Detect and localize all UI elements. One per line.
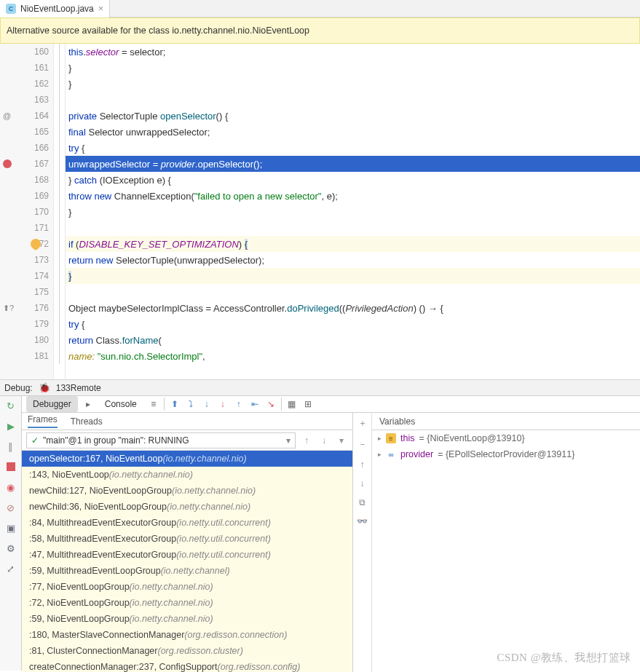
stack-frame[interactable]: :81, ClusterConnectionManager (org.redis… xyxy=(22,643,352,659)
camera-icon[interactable]: ▣ xyxy=(4,521,17,534)
copy-icon[interactable]: ⧉ xyxy=(359,497,366,507)
line-number[interactable]: 171 xyxy=(0,220,53,236)
variable-row[interactable]: ▸∞provider = {EPollSelectorProvider@1391… xyxy=(372,446,640,462)
alternative-source-banner[interactable]: Alternative source available for the cla… xyxy=(0,17,640,44)
evaluate-icon[interactable]: ▦ xyxy=(286,399,298,409)
editor-gutter[interactable]: 160161162163164@165166167168169170171172… xyxy=(0,44,54,379)
code-line[interactable] xyxy=(66,92,640,108)
code-line[interactable]: try { xyxy=(66,316,640,332)
code-line[interactable]: unwrappedSelector = provider.openSelecto… xyxy=(66,156,640,172)
show-execution-point-icon[interactable]: ⬆ xyxy=(169,399,181,409)
code-line[interactable]: } catch (IOException e) { xyxy=(66,172,640,188)
glasses-icon[interactable]: 👓 xyxy=(357,516,368,526)
step-over-icon[interactable]: ⤵ xyxy=(185,399,197,409)
code-line[interactable]: } xyxy=(66,268,640,284)
stack-frame[interactable]: newChild:127, NioEventLoopGroup (io.nett… xyxy=(22,483,352,499)
run-to-cursor-icon[interactable]: ↘ xyxy=(265,399,277,409)
code-line[interactable]: } xyxy=(66,60,640,76)
stack-frame[interactable]: :59, NioEventLoopGroup (io.netty.channel… xyxy=(22,611,352,627)
mute-breakpoints-icon[interactable]: ⊘ xyxy=(4,501,17,514)
filter-icon[interactable]: ▾ xyxy=(335,435,348,446)
code-line[interactable]: return new SelectorTuple(unwrappedSelect… xyxy=(66,252,640,268)
thread-selector[interactable]: ✓ "main"@1 in group "main": RUNNING ▾ xyxy=(26,432,296,448)
step-into-icon[interactable]: ↓ xyxy=(201,399,213,409)
line-number[interactable]: 181 xyxy=(0,348,53,364)
line-number[interactable]: 161 xyxy=(0,60,53,76)
code-line[interactable]: name: "sun.nio.ch.SelectorImpl", xyxy=(66,348,640,364)
stack-frame[interactable]: :143, NioEventLoop (io.netty.channel.nio… xyxy=(22,467,352,483)
prev-frame-icon[interactable]: ↑ xyxy=(300,435,313,446)
tab-console[interactable]: Console xyxy=(98,396,143,412)
code-line[interactable]: final Selector unwrappedSelector; xyxy=(66,124,640,140)
chevron-down-icon: ▾ xyxy=(286,435,291,446)
line-number[interactable]: 165 xyxy=(0,124,53,140)
tab-debugger[interactable]: Debugger xyxy=(26,396,78,412)
line-number[interactable]: 174 xyxy=(0,268,53,284)
fold-column[interactable] xyxy=(54,44,66,379)
stack-frame[interactable]: :77, NioEventLoopGroup (io.netty.channel… xyxy=(22,579,352,595)
line-number[interactable]: 172 xyxy=(0,236,53,252)
stack-frame[interactable]: :58, MultithreadEventExecutorGroup (io.n… xyxy=(22,531,352,547)
pause-icon[interactable]: ∥ xyxy=(4,440,17,453)
frames-list[interactable]: openSelector:167, NioEventLoop (io.netty… xyxy=(22,451,352,672)
trace-icon[interactable]: ⊞ xyxy=(302,399,314,409)
subtab-frames[interactable]: Frames xyxy=(28,414,58,428)
code-line[interactable]: private SelectorTuple openSelector() { xyxy=(66,108,640,124)
rerun-icon[interactable]: ↻ xyxy=(4,399,17,412)
code-line[interactable]: if (DISABLE_KEY_SET_OPTIMIZATION) { xyxy=(66,236,640,252)
close-icon[interactable]: × xyxy=(98,3,104,14)
code-line[interactable]: throw new ChannelException("failed to op… xyxy=(66,188,640,204)
stack-frame[interactable]: :180, MasterSlaveConnectionManager (org.… xyxy=(22,627,352,643)
line-number[interactable]: 162 xyxy=(0,76,53,92)
line-number[interactable]: 163 xyxy=(0,92,53,108)
new-watch-icon[interactable]: ＋ xyxy=(358,417,367,430)
subtab-threads[interactable]: Threads xyxy=(71,416,103,427)
force-step-into-icon[interactable]: ↓ xyxy=(217,399,229,409)
line-number[interactable]: 164@ xyxy=(0,108,53,124)
code-line[interactable] xyxy=(66,220,640,236)
line-number[interactable]: 169 xyxy=(0,188,53,204)
line-number[interactable]: 180 xyxy=(0,332,53,348)
code-line[interactable]: try { xyxy=(66,140,640,156)
line-number[interactable]: 166 xyxy=(0,140,53,156)
stack-frame[interactable]: :72, NioEventLoopGroup (io.netty.channel… xyxy=(22,595,352,611)
line-number[interactable]: 168 xyxy=(0,172,53,188)
code-line[interactable]: Object maybeSelectorImplClass = AccessCo… xyxy=(66,300,640,316)
line-number[interactable]: 160 xyxy=(0,44,53,60)
pin-icon[interactable]: ⤢ xyxy=(4,562,17,575)
line-number[interactable]: 167 xyxy=(0,156,53,172)
breakpoint-icon[interactable] xyxy=(3,159,12,168)
code-line[interactable]: } xyxy=(66,76,640,92)
code-line[interactable] xyxy=(66,284,640,300)
settings-icon[interactable]: ⚙ xyxy=(4,542,17,555)
threads-icon[interactable]: ≡ xyxy=(148,399,159,409)
stack-frame[interactable]: openSelector:167, NioEventLoop (io.netty… xyxy=(22,451,352,467)
resume-icon[interactable]: ▶ xyxy=(4,419,17,432)
down-icon[interactable]: ↓ xyxy=(360,478,365,489)
next-frame-icon[interactable]: ↓ xyxy=(317,435,331,446)
code-line[interactable]: } xyxy=(66,204,640,220)
bulb-icon[interactable] xyxy=(28,237,43,251)
line-number[interactable]: 179 xyxy=(0,316,53,332)
code-area[interactable]: this.selector = selector; } } private Se… xyxy=(66,44,640,379)
view-breakpoints-icon[interactable]: ◉ xyxy=(4,481,17,494)
stack-frame[interactable]: newChild:36, NioEventLoopGroup (io.netty… xyxy=(22,499,352,515)
stack-frame[interactable]: :59, MultithreadEventLoopGroup (io.netty… xyxy=(22,563,352,579)
line-number[interactable]: 170 xyxy=(0,204,53,220)
line-number[interactable]: 175 xyxy=(0,284,53,300)
stack-frame[interactable]: createConnectionManager:237, ConfigSuppo… xyxy=(22,659,352,672)
step-out-icon[interactable]: ↑ xyxy=(233,399,245,409)
editor-tab[interactable]: C NioEventLoop.java × xyxy=(0,0,110,17)
line-number[interactable]: 176⬆? xyxy=(0,300,53,316)
variables-list[interactable]: ▸≡this = {NioEventLoop@13910}▸∞provider … xyxy=(372,430,640,462)
line-number[interactable]: 173 xyxy=(0,252,53,268)
code-line[interactable]: this.selector = selector; xyxy=(66,44,640,60)
up-icon[interactable]: ↑ xyxy=(360,459,365,470)
stack-frame[interactable]: :47, MultithreadEventExecutorGroup (io.n… xyxy=(22,547,352,563)
stack-frame[interactable]: :84, MultithreadEventExecutorGroup (io.n… xyxy=(22,515,352,531)
stop-icon[interactable] xyxy=(4,460,17,473)
drop-frame-icon[interactable]: ⇤ xyxy=(249,399,261,409)
code-line[interactable]: return Class.forName( xyxy=(66,332,640,348)
variable-row[interactable]: ▸≡this = {NioEventLoop@13910} xyxy=(372,430,640,446)
remove-watch-icon[interactable]: － xyxy=(358,438,367,451)
